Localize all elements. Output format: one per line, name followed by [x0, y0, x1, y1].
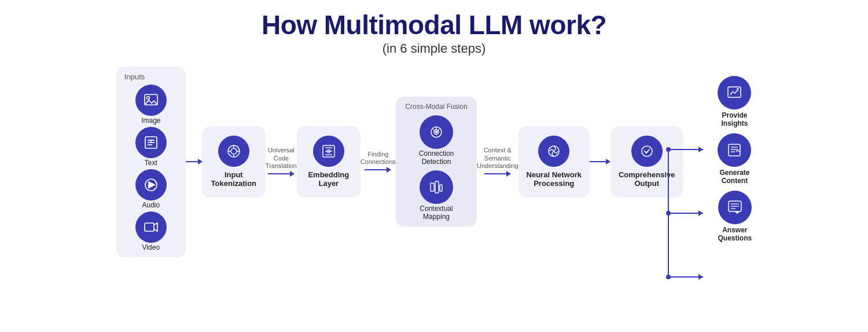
- svg-text:T: T: [149, 138, 153, 144]
- page-subtitle: (in 6 simple steps): [382, 41, 486, 56]
- arrow-2: UniversalCodeTranslation: [266, 147, 297, 177]
- svg-rect-28: [435, 181, 439, 193]
- step-embedding-layer: EmbeddingLayer: [297, 126, 361, 198]
- fusion-label: Cross-Modal Fusion: [405, 103, 467, 111]
- svg-point-20: [327, 149, 330, 153]
- audio-label: Audio: [142, 201, 160, 209]
- arrow-5: [590, 159, 610, 165]
- embedding-icon: [313, 136, 344, 167]
- diagram: Inputs Image T Text Audio: [0, 67, 868, 257]
- page-title: How Multimodal LLM work?: [262, 10, 606, 40]
- connection-icon: [420, 115, 453, 149]
- insights-label: ProvideInsights: [721, 111, 748, 127]
- neural-label: Neural NetworkProcessing: [527, 170, 582, 188]
- arrow-4: Context &SemanticUnderstanding: [477, 147, 518, 177]
- inputs-label: Inputs: [124, 72, 145, 81]
- svg-rect-27: [431, 183, 434, 191]
- input-item-video: Video: [135, 211, 167, 251]
- fusion-box: Cross-Modal Fusion ConnectionDetection C…: [396, 97, 477, 227]
- page: How Multimodal LLM work? (in 6 simple st…: [0, 0, 868, 332]
- tokenization-icon: [218, 136, 249, 167]
- image-label: Image: [141, 116, 160, 125]
- svg-marker-36: [698, 210, 703, 216]
- branch-lines: [668, 149, 773, 306]
- svg-point-41: [666, 275, 671, 279]
- contextual-icon: [420, 170, 453, 204]
- video-label: Video: [142, 243, 160, 251]
- svg-point-39: [666, 147, 671, 152]
- arrow-3: FindingConnections: [361, 151, 396, 173]
- image-icon: [135, 85, 167, 116]
- connection-detection: ConnectionDetection: [419, 115, 454, 166]
- svg-point-31: [642, 146, 652, 156]
- video-icon: [135, 211, 167, 243]
- svg-point-26: [436, 132, 437, 133]
- output-section: ComprehensiveOutput: [610, 126, 683, 198]
- svg-rect-29: [440, 185, 442, 191]
- result-insights: ProvideInsights: [718, 76, 751, 127]
- input-item-text: T Text: [135, 127, 167, 167]
- embedding-label: EmbeddingLayer: [308, 170, 349, 188]
- arrow-4-label: Context &SemanticUnderstanding: [477, 147, 518, 170]
- text-label: Text: [145, 159, 157, 167]
- step-neural-network: Neural NetworkProcessing: [518, 126, 590, 198]
- svg-marker-38: [698, 274, 703, 280]
- inputs-box: Inputs Image T Text Audio: [116, 67, 186, 257]
- svg-point-1: [146, 96, 149, 99]
- comprehensive-icon: [631, 136, 663, 167]
- input-item-audio: Audio: [135, 169, 167, 209]
- comprehensive-label: ComprehensiveOutput: [619, 170, 675, 188]
- text-icon: T: [135, 127, 167, 158]
- input-item-image: Image: [135, 85, 167, 125]
- arrow-2-label: UniversalCodeTranslation: [266, 147, 297, 170]
- audio-icon: [135, 169, 167, 200]
- svg-point-40: [666, 211, 671, 216]
- neural-icon: [538, 136, 569, 167]
- svg-marker-8: [149, 182, 155, 188]
- arrow-3-label: FindingConnections: [361, 151, 396, 166]
- connection-label: ConnectionDetection: [419, 149, 454, 166]
- step-input-tokenization: InputTokenization: [202, 126, 266, 198]
- svg-rect-9: [145, 223, 154, 231]
- contextual-label: ContextualMapping: [420, 205, 453, 221]
- svg-point-11: [231, 148, 237, 154]
- insights-icon: [718, 76, 751, 110]
- svg-marker-34: [698, 147, 703, 152]
- arrow-1: [186, 161, 202, 162]
- tokenization-label: InputTokenization: [211, 170, 256, 188]
- contextual-mapping: ContextualMapping: [420, 170, 453, 221]
